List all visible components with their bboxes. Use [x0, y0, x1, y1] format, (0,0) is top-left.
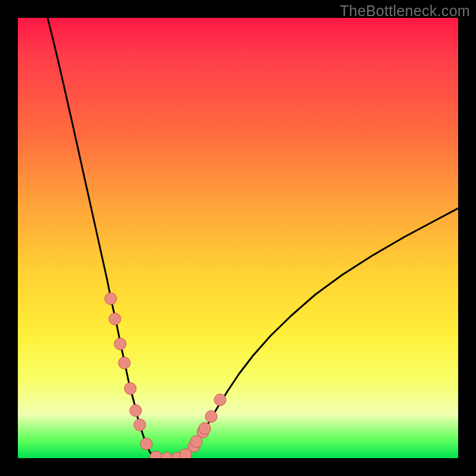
chart-frame: TheBottleneck.com: [0, 0, 476, 476]
gradient-plot-area: [18, 18, 458, 458]
watermark-text: TheBottleneck.com: [340, 2, 470, 20]
